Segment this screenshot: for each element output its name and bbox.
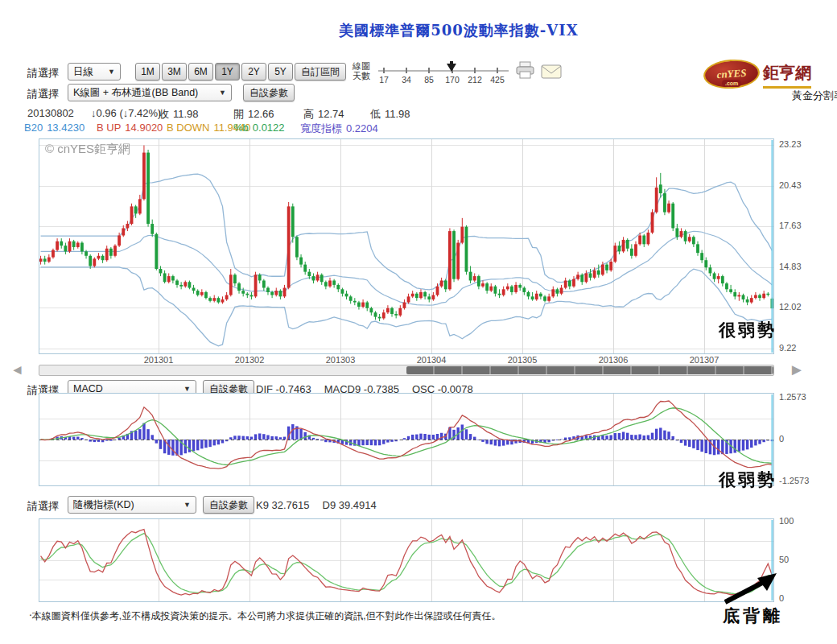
quote-change: ↓0.96 (↓7.42%) [91, 107, 161, 119]
kd-params-button[interactable]: 自設參數 [203, 496, 254, 514]
x-axis-label: 201305 [503, 355, 542, 365]
x-axis-label: 201302 [230, 355, 269, 365]
overlay-dropdown-value: K線圖 + 布林通道(BB Band) [73, 86, 198, 100]
scrollbar-thumb[interactable] [406, 366, 773, 374]
x-axis-label: 201306 [594, 355, 633, 365]
cnyes-logo-com: .com [722, 80, 741, 87]
chevron-down-icon: ▼ [183, 501, 191, 509]
x-axis-label: 201301 [139, 355, 178, 365]
bollinger-b20: B2013.4230 [24, 122, 85, 134]
days-slider-thumb[interactable] [447, 64, 456, 72]
range-button-3m[interactable]: 3M [162, 63, 187, 80]
weak-trend-annotation-main: 很弱勢 [719, 319, 777, 341]
y-axis-label: 20.43 [779, 180, 802, 190]
page-title: 美國標準普爾500波動率指數-VIX [0, 21, 837, 40]
quote-high: 高12.74 [303, 107, 344, 122]
y-axis-label: 9.22 [779, 343, 796, 353]
range-button-1y[interactable]: 1Y [215, 63, 240, 80]
slider-tick-17: 17 [372, 75, 396, 85]
range-button-6m[interactable]: 6M [188, 63, 213, 80]
slider-tick-425: 425 [485, 75, 509, 85]
range-button-2y[interactable]: 2Y [241, 63, 266, 80]
kd-y-label: 50 [779, 555, 789, 564]
x-axis-label: 201304 [412, 355, 451, 365]
bollinger-percent-b: %b0.0122 [233, 122, 285, 134]
kd-y-label: 100 [779, 516, 794, 526]
print-icon[interactable] [515, 61, 536, 82]
y-axis-label: 14.83 [779, 262, 802, 271]
period-select-label: 請選擇 [27, 66, 59, 80]
period-dropdown-value: 日線 [73, 65, 93, 79]
slider-tick-34: 34 [394, 75, 418, 85]
overlay-dropdown[interactable]: K線圖 + 布林通道(BB Band) ▼ [68, 84, 232, 101]
y-axis-label: 23.23 [779, 139, 802, 149]
quote-open: 開12.66 [233, 107, 274, 122]
y-axis-label: 12.02 [779, 302, 802, 312]
macd-y-label: 0 [779, 434, 784, 444]
candlestick-chart[interactable] [39, 138, 774, 354]
kd-select-label: 請選擇 [27, 499, 59, 514]
kd-dropdown-value: 隨機指標(KD) [73, 498, 134, 512]
kd-chart [39, 518, 774, 602]
kd-d9: D9 39.4914 [323, 499, 377, 511]
chart-days-label: 線圖 天數 [353, 61, 370, 80]
slider-tick-170: 170 [440, 75, 464, 85]
scroll-left-arrow[interactable]: ◄ [10, 363, 24, 377]
scrollbar-track[interactable] [39, 365, 774, 376]
quote-low: 低11.98 [370, 107, 410, 122]
mail-icon[interactable] [541, 64, 562, 82]
weak-trend-annotation-macd: 很弱勢 [719, 469, 777, 491]
chevron-down-icon: ▼ [183, 385, 191, 393]
overlay-select-label: 請選擇 [27, 87, 59, 101]
disclaimer-text: ‧本線圖資料僅供參考,並不構成投資決策的提示。本公司將力求提供正確的資訊,但不對… [29, 609, 501, 623]
chevron-down-icon: ▼ [108, 68, 115, 76]
kd-values: K9 32.7615 D9 39.4914 [256, 499, 377, 511]
macd-y-label: 1.2573 [779, 392, 806, 402]
slider-tick-85: 85 [417, 75, 441, 85]
kd-k9: K9 32.7615 [256, 499, 310, 511]
slider-tick-212: 212 [463, 75, 487, 85]
site-name[interactable]: 鉅亨網 [763, 62, 811, 89]
watermark: © cnYES鉅亨網 [45, 142, 130, 157]
chevron-down-icon: ▼ [219, 89, 226, 97]
range-button-custom[interactable]: 自訂區間 [295, 63, 346, 80]
days-slider-track[interactable] [378, 70, 509, 72]
x-axis-label: 201307 [685, 355, 724, 365]
range-button-5y[interactable]: 5Y [268, 63, 293, 80]
bollinger-bandwidth: 寬度指標0.2204 [300, 122, 378, 136]
macd-chart [39, 393, 774, 486]
overlay-params-button[interactable]: 自設參數 [243, 84, 295, 101]
golden-ratio-link[interactable]: 黃金分割率 [792, 89, 837, 103]
quote-close: 收11.98 [159, 107, 199, 122]
scroll-right-arrow[interactable]: ► [789, 361, 805, 378]
bollinger-bup: B UP14.9020 [97, 122, 163, 134]
period-dropdown[interactable]: 日線 ▼ [68, 63, 121, 80]
chart-app: 美國標準普爾500波動率指數-VIX 請選擇 日線 ▼ 1M 3M 6M 1Y … [0, 0, 837, 644]
x-axis-label: 201303 [321, 355, 360, 365]
quote-date: 20130802 [27, 107, 74, 119]
macd-y-label: -1.2573 [779, 476, 809, 485]
bottom-divergence-arrow [719, 572, 786, 609]
y-axis-label: 17.63 [779, 221, 802, 230]
range-button-1m[interactable]: 1M [135, 63, 160, 80]
kd-dropdown[interactable]: 隨機指標(KD) ▼ [68, 496, 196, 514]
